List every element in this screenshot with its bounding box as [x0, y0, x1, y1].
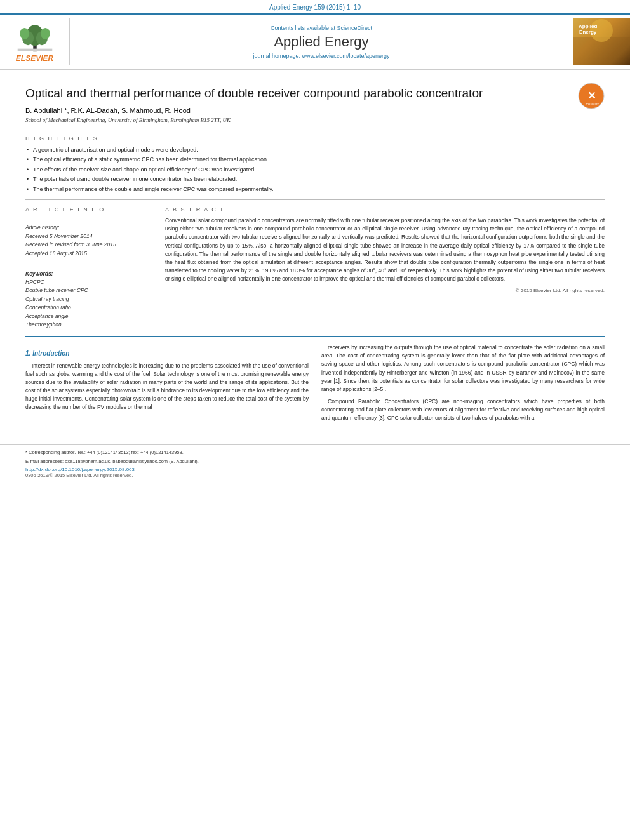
svg-point-4 [20, 28, 29, 39]
authors: B. Abdullahi *, R.K. AL-Dadah, S. Mahmou… [25, 107, 605, 114]
contents-line: Contents lists available at ScienceDirec… [271, 25, 372, 31]
divider-article [25, 218, 152, 218]
elsevier-wordmark: ELSEVIER [16, 54, 53, 63]
journal-thumbnail-label: AppliedEnergy [576, 21, 600, 37]
intro-p2: receivers by increasing the outputs thro… [321, 343, 605, 394]
body-divider [25, 336, 605, 337]
body-columns: 1. Introduction Interest in renewable en… [25, 343, 605, 427]
science-direct-link[interactable]: ScienceDirect [337, 25, 373, 31]
journal-header: ELSEVIER Contents lists available at Sci… [0, 13, 630, 70]
highlight-item: The optical efficiency of a static symme… [25, 155, 605, 165]
copyright-line: © 2015 Elsevier Ltd. All rights reserved… [165, 288, 605, 293]
crossmark-badge: ✕ CrossMark [578, 83, 605, 110]
elsevier-logo: ELSEVIER [0, 18, 70, 65]
intro-p1: Interest in renewable energy technologie… [25, 362, 309, 412]
issn-line: 0306-2619/© 2015 Elsevier Ltd. All right… [25, 472, 605, 478]
highlight-item: The effects of the receiver size and sha… [25, 165, 605, 175]
highlight-item: The thermal performance of the double an… [25, 185, 605, 195]
footer: * Corresponding author. Tel.: +44 (0)121… [0, 444, 630, 483]
doi-link[interactable]: http://dx.doi.org/10.1016/j.apenergy.201… [25, 467, 605, 472]
journal-citation-text: Applied Energy 159 (2015) 1–10 [269, 4, 361, 11]
journal-center: Contents lists available at ScienceDirec… [70, 18, 573, 65]
affiliation: School of Mechanical Engineering, Univer… [25, 117, 605, 123]
divider-2 [25, 199, 605, 200]
journal-thumbnail: AppliedEnergy [573, 18, 630, 65]
keywords-list: HPCPC Double tube receiver CPC Optical r… [25, 278, 152, 330]
journal-title: Applied Energy [274, 34, 368, 50]
highlight-item: A geometric characterisation and optical… [25, 145, 605, 156]
highlight-item: The potentials of using double receiver … [25, 175, 605, 185]
article-info-header: A R T I C L E I N F O [25, 206, 152, 213]
main-content: ✕ CrossMark Optical and thermal performa… [0, 70, 630, 439]
article-history: Article history: Received 5 November 201… [25, 223, 152, 258]
paper-title: Optical and thermal performance of doubl… [25, 85, 521, 102]
svg-text:✕: ✕ [587, 90, 596, 101]
svg-rect-6 [17, 49, 52, 51]
journal-citation: Applied Energy 159 (2015) 1–10 [0, 0, 630, 13]
keywords-label: Keywords: [25, 270, 152, 277]
abstract-text: Conventional solar compound parabolic co… [165, 217, 605, 283]
author-list: B. Abdullahi *, R.K. AL-Dadah, S. Mahmou… [25, 107, 191, 114]
elsevier-tree-icon [16, 21, 54, 53]
divider-keywords [25, 265, 152, 265]
abstract-section: A B S T R A C T Conventional solar compo… [165, 206, 605, 330]
body-col-right: receivers by increasing the outputs thro… [321, 343, 605, 427]
article-abstract-section: A R T I C L E I N F O Article history: R… [25, 206, 605, 330]
intro-p3: Compound Parabolic Concentrators (CPC) a… [321, 397, 605, 423]
svg-point-5 [41, 28, 50, 39]
journal-homepage: journal homepage: www.elsevier.com/locat… [253, 53, 389, 59]
highlights-list: A geometric characterisation and optical… [25, 145, 605, 195]
footnote-star: * Corresponding author. Tel.: +44 (0)121… [25, 449, 605, 456]
footnote-email: E-mail addresses: bxa118@bham.ac.uk, bab… [25, 458, 605, 465]
divider-1 [25, 130, 605, 130]
svg-text:CrossMark: CrossMark [584, 102, 600, 106]
crossmark-icon: ✕ CrossMark [578, 83, 605, 109]
body-col-left: 1. Introduction Interest in renewable en… [25, 343, 309, 427]
section-1-title: 1. Introduction [25, 349, 309, 359]
article-info: A R T I C L E I N F O Article history: R… [25, 206, 152, 330]
abstract-header: A B S T R A C T [165, 206, 605, 213]
highlights-header: H I G H L I G H T S [25, 135, 605, 142]
